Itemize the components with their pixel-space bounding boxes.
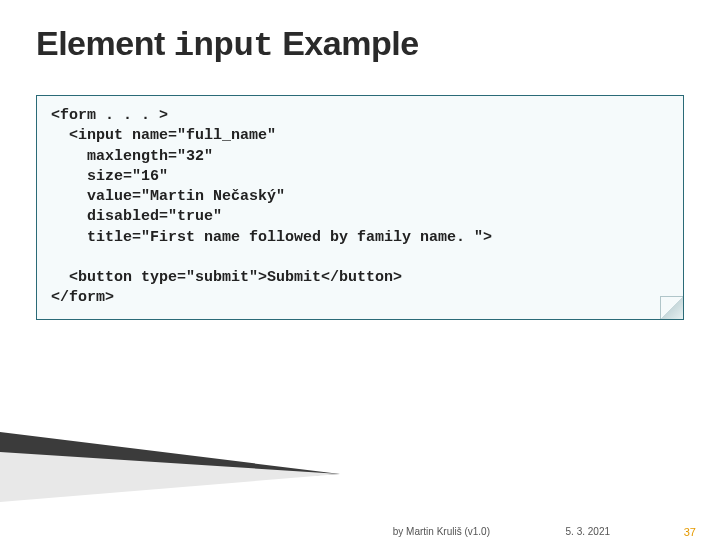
slide: Element input Example <form . . . > <inp… [0,0,720,540]
decorative-wedge [0,432,340,502]
code-line [51,248,669,268]
footer-date: 5. 3. 2021 [566,526,610,537]
title-code-word: input [174,27,274,65]
code-line: value="Martin Nečaský" [51,187,669,207]
code-line: maxlength="32" [51,147,669,167]
code-line: <button type="submit">Submit</button> [51,268,669,288]
code-line: </form> [51,288,669,308]
code-line: title="First name followed by family nam… [51,228,669,248]
code-line: <input name="full_name" [51,126,669,146]
footer-page-number: 37 [684,526,696,538]
code-line: disabled="true" [51,207,669,227]
code-box: <form . . . > <input name="full_name" ma… [36,95,684,320]
title-prefix: Element [36,24,174,62]
footer-author: by Martin Kruliš (v1.0) [393,526,490,537]
slide-title: Element input Example [36,24,684,65]
code-line: <form . . . > [51,106,669,126]
code-line: size="16" [51,167,669,187]
title-suffix: Example [273,24,418,62]
